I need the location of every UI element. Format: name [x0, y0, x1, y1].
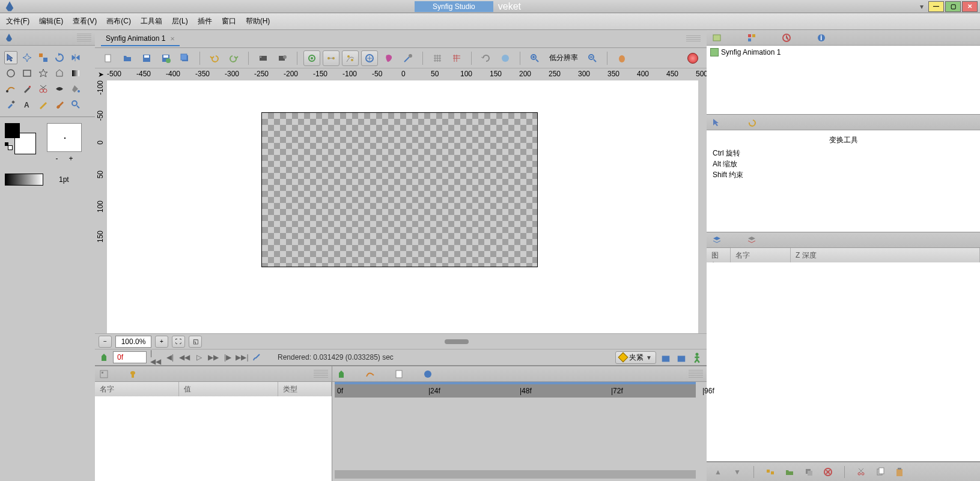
transform-tool[interactable]: [4, 51, 17, 64]
keyframes-tab-icon[interactable]: [422, 369, 433, 380]
interpolation-dropdown[interactable]: 夹紧 ▼: [615, 351, 656, 364]
history-tab-icon[interactable]: [394, 369, 404, 380]
col-zdepth[interactable]: Z 深度: [791, 248, 980, 262]
save-icon[interactable]: [138, 50, 155, 66]
size-minus-button[interactable]: -: [55, 154, 58, 163]
close-button[interactable]: ✕: [962, 1, 978, 12]
layer-group-icon[interactable]: [765, 467, 776, 477]
info-tab-icon[interactable]: [781, 32, 792, 43]
star-tool[interactable]: [37, 67, 50, 80]
onion-settings-icon[interactable]: [400, 50, 416, 66]
vertical-scrollbar[interactable]: [698, 80, 707, 333]
layers-tab-icon[interactable]: [711, 235, 722, 246]
text-tool[interactable]: A: [20, 98, 34, 111]
params-tab-icon[interactable]: [99, 369, 109, 380]
brush-status-icon[interactable]: [251, 352, 262, 363]
menu-file[interactable]: 文件(F): [6, 16, 29, 26]
canvas-area[interactable]: [107, 80, 698, 333]
refresh-icon[interactable]: [478, 50, 495, 66]
animate-person-icon[interactable]: [691, 351, 703, 363]
palette-tab-icon[interactable]: i: [816, 32, 827, 43]
circle-tool[interactable]: [4, 67, 17, 80]
sketch-tool[interactable]: [37, 98, 50, 111]
menu-toolbox[interactable]: 工具箱: [141, 16, 162, 26]
grid-snap-icon[interactable]: [448, 50, 465, 66]
panel-grip-icon[interactable]: [314, 370, 328, 378]
brush-tool[interactable]: [53, 98, 66, 111]
new-file-icon[interactable]: [100, 50, 117, 66]
library-tab-icon[interactable]: [746, 235, 757, 246]
vertical-ruler[interactable]: -100-50050100150: [95, 80, 107, 333]
zoom-100-button[interactable]: ◱: [189, 336, 202, 348]
eyedrop-tool[interactable]: [4, 98, 17, 111]
size-plus-button[interactable]: +: [68, 154, 73, 163]
menu-layer[interactable]: 层(L): [172, 16, 188, 26]
seek-next-key-icon[interactable]: |▶: [222, 352, 233, 363]
layer-delete-icon[interactable]: [823, 467, 833, 477]
grid-icon[interactable]: [429, 50, 446, 66]
zoom-fit-button[interactable]: ⛶: [172, 336, 185, 348]
layer-new-icon[interactable]: [784, 467, 795, 477]
timetrack-tab-icon[interactable]: [336, 369, 347, 380]
keyframe-lock-future-icon[interactable]: [675, 351, 687, 363]
save-as-icon[interactable]: [157, 50, 174, 66]
layer-copy-icon[interactable]: [875, 467, 886, 477]
record-button[interactable]: [687, 53, 698, 64]
gradient-swatch[interactable]: [5, 174, 43, 186]
tool-options-tab-icon[interactable]: [711, 117, 722, 128]
show-guides-icon[interactable]: [342, 50, 359, 66]
ruler-corner[interactable]: ➤: [95, 68, 107, 80]
document-tab[interactable]: Synfig Animation 1 ✕: [101, 32, 180, 46]
menu-plugin[interactable]: 插件: [198, 16, 212, 26]
menu-view[interactable]: 查看(V): [73, 16, 97, 26]
zoom-tool[interactable]: [69, 98, 82, 111]
timeline-scrollbar[interactable]: [335, 470, 696, 479]
col-name[interactable]: 名字: [731, 248, 791, 262]
zoomout-icon[interactable]: [584, 50, 601, 66]
width-tool[interactable]: [53, 82, 66, 95]
snap-guides-icon[interactable]: [361, 50, 378, 66]
layer-raise-icon[interactable]: ▲: [713, 467, 723, 477]
onion-icon[interactable]: [613, 50, 630, 66]
minimize-button[interactable]: —: [928, 1, 944, 12]
col-name[interactable]: 名字: [95, 382, 179, 396]
fill-tool[interactable]: [69, 82, 82, 95]
canvases-tab-icon[interactable]: [711, 32, 722, 43]
fg-color-swatch[interactable]: [5, 123, 20, 138]
panel-grip-icon[interactable]: [77, 34, 91, 42]
horizontal-ruler[interactable]: -500-450-400-350-300-250-200-150-100-500…: [107, 68, 707, 80]
menu-dropdown-icon[interactable]: ▾: [920, 2, 924, 11]
scale-tool[interactable]: [37, 51, 50, 64]
timeline-body[interactable]: [332, 398, 707, 468]
seek-begin-icon[interactable]: |◀◀: [150, 352, 161, 363]
col-type[interactable]: 类型: [278, 382, 332, 396]
canvas-list-item[interactable]: Synfig Animation 1: [710, 48, 976, 56]
seek-end-icon[interactable]: ▶▶|: [237, 352, 248, 363]
seek-prev-key-icon[interactable]: ◀|: [165, 352, 175, 363]
draw-tool[interactable]: [20, 82, 34, 95]
smooth-move-tool[interactable]: [20, 51, 34, 64]
render-icon[interactable]: [255, 50, 272, 66]
zoom-input[interactable]: [115, 336, 151, 348]
gradient-tool[interactable]: [69, 67, 82, 80]
layer-cut-icon[interactable]: [856, 467, 866, 477]
reset-colors-icon[interactable]: [5, 142, 12, 150]
layer-lower-icon[interactable]: ▼: [732, 467, 743, 477]
panel-grip-icon[interactable]: [689, 370, 703, 378]
stop-icon[interactable]: [497, 50, 514, 66]
polygon-tool[interactable]: [53, 67, 66, 80]
mirror-tool[interactable]: [69, 51, 82, 64]
menu-canvas[interactable]: 画布(C): [106, 16, 131, 26]
tab-grip-icon[interactable]: [686, 35, 701, 43]
keyframe-lock-past-icon[interactable]: [660, 351, 672, 363]
zoom-in-button[interactable]: +: [155, 336, 168, 348]
history-tab-icon[interactable]: [746, 117, 757, 128]
onion-skin-icon[interactable]: [380, 50, 397, 66]
zoom-out-button[interactable]: −: [99, 336, 112, 348]
frame-input[interactable]: [113, 351, 147, 363]
col-icon[interactable]: 图标: [707, 248, 731, 262]
layer-paste-icon[interactable]: [894, 467, 905, 477]
curves-tab-icon[interactable]: [365, 369, 376, 380]
play-icon[interactable]: ▷: [193, 352, 204, 363]
seek-prev-icon[interactable]: ◀◀: [179, 352, 190, 363]
